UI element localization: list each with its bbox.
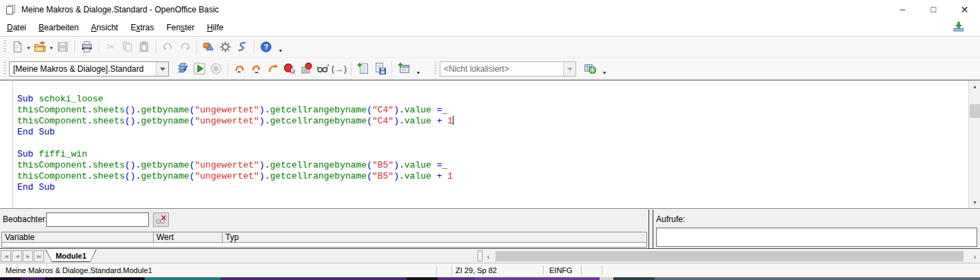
watch-column-variable[interactable]: Variable: [2, 232, 154, 242]
scrollbar-thumb[interactable]: [970, 104, 980, 118]
remove-watch-button[interactable]: [153, 212, 169, 227]
toolbar-separator: [391, 62, 392, 76]
code-line[interactable]: End Sub: [17, 127, 968, 138]
code-line[interactable]: thisComponent.sheets().getbyname("ungewe…: [17, 105, 968, 116]
update-available-icon[interactable]: [952, 21, 965, 36]
tabbar-splitter[interactable]: [478, 250, 482, 261]
single-step-button[interactable]: [248, 61, 265, 77]
first-tab-button[interactable]: |◀: [1, 250, 11, 262]
new-document-dropdown[interactable]: ▼: [25, 39, 32, 54]
toolbar-separator: [227, 62, 228, 76]
window-title: Meine Makros & Dialoge.Standard - OpenOf…: [21, 5, 219, 14]
title-bar: Meine Makros & Dialoge.Standard - OpenOf…: [0, 0, 980, 19]
call-stack-list[interactable]: [656, 228, 977, 247]
copy-button[interactable]: [119, 39, 136, 55]
procedure-step-button[interactable]: [232, 61, 248, 77]
watch-table-body[interactable]: [2, 243, 646, 247]
openoffice-basic-window: Meine Makros & Dialoge.Standard - OpenOf…: [0, 0, 980, 280]
watch-table: VariableWertTyp: [1, 232, 647, 248]
help-button[interactable]: ?: [258, 39, 274, 55]
code-line[interactable]: Sub fiffi_win: [17, 149, 968, 160]
redo-button[interactable]: [176, 39, 193, 55]
toolbar-grip[interactable]: [434, 62, 437, 76]
compile-button[interactable]: [174, 61, 191, 77]
run-button[interactable]: [191, 61, 207, 77]
open-dropdown[interactable]: ▼: [48, 39, 54, 54]
watch-column-typ[interactable]: Typ: [223, 232, 646, 242]
panel-splitter[interactable]: [649, 210, 653, 248]
shapes-button[interactable]: [201, 39, 217, 55]
code-line[interactable]: Sub schoki_loose: [17, 94, 968, 105]
watch-column-wert[interactable]: Wert: [154, 232, 223, 242]
menu-hilfe[interactable]: Hilfe: [201, 20, 229, 35]
options-gear-button[interactable]: [217, 39, 234, 55]
manage-breakpoints-button[interactable]: [298, 61, 314, 77]
language-selector[interactable]: <Nicht lokalisiert>: [440, 61, 576, 77]
undo-button[interactable]: [160, 39, 176, 55]
tab-label: Module1: [46, 250, 96, 261]
paste-button[interactable]: [136, 39, 152, 55]
chevron-down-icon[interactable]: [156, 62, 168, 76]
breakpoint-gutter[interactable]: [0, 81, 13, 208]
watch-input[interactable]: [46, 212, 149, 227]
toolbar-overflow-button[interactable]: ▼: [276, 39, 285, 55]
menu-datei[interactable]: Datei: [1, 20, 32, 35]
enable-watch-button[interactable]: [314, 61, 331, 77]
code-line[interactable]: thisComponent.sheets().getbyname("ungewe…: [17, 171, 968, 182]
menu-fenster[interactable]: Fenster: [161, 20, 201, 35]
add-source-button[interactable]: [355, 61, 371, 77]
menu-extras[interactable]: Extras: [125, 20, 159, 35]
macros-scroll-button[interactable]: [234, 39, 250, 55]
paren-close: ): [344, 64, 347, 74]
next-tab-button[interactable]: ▶: [23, 250, 33, 262]
horizontal-scrollbar[interactable]: [493, 250, 970, 262]
hscroll-right-button[interactable]: ›: [970, 250, 980, 262]
hscroll-left-button[interactable]: ‹: [483, 250, 493, 262]
toolbar-overflow-button[interactable]: ▼: [414, 61, 422, 77]
new-document-button[interactable]: [9, 39, 25, 55]
arrow-right-icon: →: [334, 64, 344, 74]
library-selector[interactable]: [Meine Makros & Dialoge].Standard: [9, 61, 169, 77]
cut-button[interactable]: ✂: [103, 39, 119, 55]
tab-module1[interactable]: Module1: [45, 250, 96, 262]
chevron-down-icon: [563, 62, 575, 76]
background-window-strip: [0, 277, 980, 280]
menu-ansicht[interactable]: Ansicht: [85, 20, 123, 35]
maximize-button[interactable]: □: [918, 0, 949, 19]
status-separator: [602, 266, 602, 275]
code-area[interactable]: Sub schoki_loosethisComponent.sheets().g…: [14, 81, 968, 208]
manage-language-button[interactable]: [582, 61, 598, 77]
minimize-button[interactable]: –: [887, 0, 918, 19]
print-button[interactable]: [79, 39, 95, 55]
status-insert-mode[interactable]: EINFG: [549, 266, 573, 274]
breakpoint-button[interactable]: [281, 61, 298, 77]
stop-button[interactable]: [207, 61, 224, 77]
code-line[interactable]: [17, 138, 968, 149]
step-out-button[interactable]: [265, 61, 281, 77]
close-button[interactable]: ✕: [949, 0, 980, 19]
code-line[interactable]: End Sub: [17, 182, 968, 193]
code-editor[interactable]: Sub schoki_loosethisComponent.sheets().g…: [0, 80, 980, 209]
toolbar-grip[interactable]: [3, 40, 6, 54]
menu-items: DateiBearbeitenAnsichtExtrasFensterHilfe: [0, 20, 229, 35]
last-tab-button[interactable]: ▶|: [34, 250, 44, 262]
hscrollbar-thumb[interactable]: [496, 251, 963, 261]
scroll-down-button[interactable]: ▼: [969, 197, 980, 208]
save-button[interactable]: [54, 39, 71, 55]
vertical-scrollbar[interactable]: ▲ ▼: [968, 81, 980, 208]
call-stack-panel: Aufrufe:: [653, 210, 980, 248]
status-separator: [581, 266, 582, 275]
insert-module-button[interactable]: [396, 61, 412, 77]
previous-tab-button[interactable]: ◀: [12, 250, 22, 262]
scroll-up-button[interactable]: ▲: [969, 81, 980, 92]
toolbar-overflow-button[interactable]: ▼: [600, 61, 609, 77]
svg-text:?: ?: [264, 43, 269, 51]
code-line[interactable]: thisComponent.sheets().getbyname("ungewe…: [17, 116, 968, 127]
open-button[interactable]: [32, 39, 48, 55]
code-line[interactable]: thisComponent.sheets().getbyname("ungewe…: [17, 160, 968, 171]
toolbar-grip[interactable]: [3, 62, 6, 76]
save-source-button[interactable]: [371, 61, 388, 77]
status-cursor-position: ZI 29, Sp 82: [456, 266, 497, 274]
find-parentheses-button[interactable]: (→): [331, 61, 347, 77]
menu-bearbeiten[interactable]: Bearbeiten: [33, 20, 84, 35]
